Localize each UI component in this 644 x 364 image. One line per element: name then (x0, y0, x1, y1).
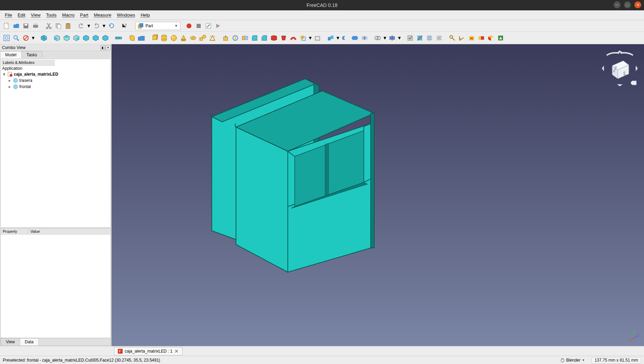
create-part-button[interactable] (127, 33, 136, 42)
macro-play-button[interactable] (214, 21, 222, 30)
fillet-button[interactable] (250, 33, 259, 42)
tab-view[interactable]: View (1, 338, 20, 345)
revolve-button[interactable] (231, 33, 240, 42)
tree-root[interactable]: Application (1, 66, 110, 71)
front-view-button[interactable] (53, 33, 61, 42)
fit-all-button[interactable] (2, 33, 11, 42)
property-body[interactable] (1, 234, 111, 338)
ruled-surface-button[interactable] (269, 33, 278, 42)
split-dropdown[interactable]: ▾ (397, 33, 401, 42)
tree-item-trasera[interactable]: ▸ trasera (1, 77, 110, 84)
loft-button[interactable] (279, 33, 288, 42)
bottom-view-button[interactable] (91, 33, 100, 42)
whatsthis-button[interactable]: ? (120, 21, 129, 30)
check-geometry-button[interactable] (406, 33, 415, 42)
menu-windows[interactable]: Windows (114, 11, 138, 19)
menu-help[interactable]: Help (138, 11, 153, 19)
maximize-button[interactable]: □ (624, 1, 631, 8)
tab-model[interactable]: Model (0, 51, 22, 58)
cross-sections-button[interactable] (425, 33, 434, 42)
3d-viewport[interactable]: Front Top y z x (112, 44, 644, 346)
close-button[interactable]: ✕ (634, 1, 641, 8)
draw-style-button[interactable] (21, 33, 30, 42)
macro-stop-button[interactable] (194, 21, 203, 30)
redo-button[interactable] (92, 21, 101, 30)
cube-button[interactable] (150, 33, 159, 42)
menu-view[interactable]: View (28, 11, 43, 19)
tree-document[interactable]: ▾ caja_alerta_matrixLED (1, 71, 110, 77)
cone-button[interactable] (179, 33, 188, 42)
boolean-cut-button[interactable] (341, 33, 350, 42)
menu-edit[interactable]: Edit (15, 11, 28, 19)
new-doc-button[interactable] (2, 21, 11, 30)
undo-dropdown[interactable]: ▾ (86, 21, 91, 30)
offset-button[interactable] (299, 33, 307, 42)
save-button[interactable] (21, 21, 30, 30)
fit-selection-button[interactable]: + (12, 33, 21, 42)
measure-clear-button[interactable] (467, 33, 476, 42)
boolean-intersect-button[interactable] (360, 33, 369, 42)
macro-record-button[interactable] (184, 21, 193, 30)
chamfer-button[interactable] (260, 33, 269, 42)
measure-toggledelta-button[interactable] (496, 33, 505, 42)
minimize-button[interactable]: ─ (614, 1, 621, 8)
menu-macro[interactable]: Macro (59, 11, 77, 19)
compound-button[interactable] (326, 33, 335, 42)
tree-item-frontal[interactable]: ▸ frontal (1, 84, 110, 90)
measure-linear-button[interactable] (448, 33, 457, 42)
measure-toggle-button[interactable] (477, 33, 486, 42)
cut-button[interactable] (44, 21, 53, 30)
thickness-button[interactable] (313, 33, 322, 42)
sweep-button[interactable] (289, 33, 298, 42)
doc-tab-close[interactable]: ✕ (174, 348, 179, 354)
menu-measure[interactable]: Measure (91, 11, 114, 19)
compound-dropdown[interactable]: ▾ (336, 33, 340, 42)
left-view-button[interactable] (101, 33, 110, 42)
copy-button[interactable] (54, 21, 63, 30)
property-header: Property Value (1, 229, 111, 234)
rear-view-button[interactable] (82, 33, 91, 42)
svg-marker-70 (282, 36, 286, 40)
macro-edit-button[interactable] (204, 21, 213, 30)
doc-tab[interactable]: F caja_alerta_matrixLED : 1 ✕ (114, 347, 182, 355)
boolean-union-button[interactable] (350, 33, 359, 42)
offset-dropdown[interactable]: ▾ (308, 33, 312, 42)
join-button[interactable] (373, 33, 382, 42)
primitives-button[interactable] (198, 33, 207, 42)
isometric-button[interactable] (39, 33, 48, 42)
measure-angular-button[interactable] (457, 33, 466, 42)
measure-toggle3d-button[interactable] (486, 33, 495, 42)
panel-float-button[interactable]: ◧ (101, 45, 105, 50)
panel-close-button[interactable]: ✕ (106, 45, 111, 50)
workbench-selector[interactable]: Part ▼ (135, 22, 180, 30)
mirror-button[interactable] (240, 33, 249, 42)
defeaturing-button[interactable] (435, 33, 444, 42)
top-view-button[interactable] (62, 33, 71, 42)
tab-data[interactable]: Data (20, 338, 39, 345)
draw-style-dropdown[interactable]: ▾ (31, 33, 35, 42)
menu-tools[interactable]: Tools (43, 11, 59, 19)
tab-tasks[interactable]: Tasks (21, 51, 42, 58)
join-dropdown[interactable]: ▾ (383, 33, 387, 42)
measure-distance-button[interactable] (114, 33, 123, 42)
paste-button[interactable] (64, 21, 73, 30)
torus-button[interactable] (189, 33, 198, 42)
navigation-cube[interactable]: Front Top (599, 48, 641, 89)
right-view-button[interactable] (72, 33, 81, 42)
menu-part[interactable]: Part (77, 11, 91, 19)
menu-file[interactable]: File (2, 11, 15, 19)
sphere-button[interactable] (169, 33, 178, 42)
print-button[interactable] (31, 21, 40, 30)
nav-style-selector[interactable]: Blender ▼ (558, 357, 587, 363)
shape-builder-button[interactable] (208, 33, 217, 42)
open-doc-button[interactable] (12, 21, 21, 30)
section-button[interactable] (415, 33, 424, 42)
redo-dropdown[interactable]: ▾ (102, 21, 106, 30)
cylinder-button[interactable] (160, 33, 169, 42)
refresh-button[interactable] (107, 21, 116, 30)
create-group-button[interactable] (137, 33, 146, 42)
extrude-button[interactable] (221, 33, 230, 42)
split-button[interactable] (388, 33, 397, 42)
model-tree[interactable]: Labels & Attributes Application ▾ caja_a… (0, 59, 111, 228)
undo-button[interactable] (77, 21, 86, 30)
